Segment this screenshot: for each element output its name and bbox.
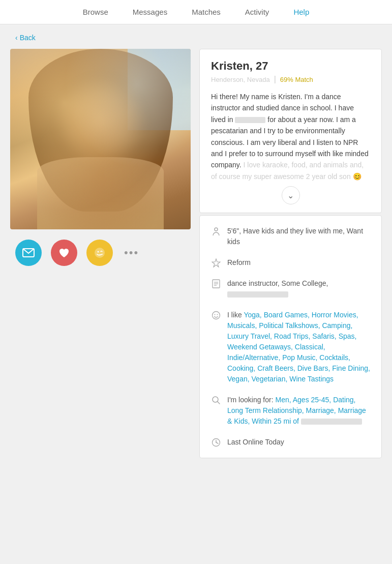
nav-activity[interactable]: Activity <box>243 8 272 16</box>
occupation-redacted <box>227 291 288 298</box>
svg-point-9 <box>213 312 220 319</box>
back-chevron-icon: ‹ <box>15 34 18 42</box>
svg-point-2 <box>98 251 99 253</box>
interests-row: I like Yoga, Board Games, Horror Movies,… <box>211 310 370 384</box>
looking-for-row: I'm looking for: Men, Ages 25-45, Dating… <box>211 395 370 427</box>
svg-point-11 <box>217 314 218 315</box>
svg-point-1 <box>95 248 105 258</box>
expand-button[interactable]: ⌄ <box>282 186 300 204</box>
occupation-row: dance instructor, Some College, <box>211 278 370 300</box>
location-redacted-2 <box>301 419 362 425</box>
search-icon <box>211 395 221 405</box>
svg-point-10 <box>215 314 216 315</box>
nav-messages[interactable]: Messages <box>131 8 169 16</box>
profile-location: Henderson, Nevada <box>211 76 270 83</box>
svg-point-3 <box>215 228 218 231</box>
last-online-row: Last Online Today <box>211 437 370 448</box>
svg-line-13 <box>218 402 220 404</box>
back-link[interactable]: ‹ Back <box>15 34 36 42</box>
profile-name: Kristen, 27 <box>211 60 370 73</box>
looking-label: I'm looking for: <box>227 396 276 404</box>
star-icon <box>211 258 221 268</box>
interests-text: I like Yoga, Board Games, Horror Movies,… <box>227 310 370 384</box>
profile-meta: Henderson, Nevada | 69% Match <box>211 75 370 84</box>
smiley-icon <box>211 310 221 320</box>
person-icon <box>211 226 221 236</box>
more-button[interactable]: ••• <box>122 246 139 259</box>
details-card: 5'6", Have kids and they live with me, W… <box>199 215 382 458</box>
nav-help[interactable]: Help <box>291 8 311 16</box>
message-button[interactable] <box>15 240 42 266</box>
religion-text: Reform <box>227 257 370 268</box>
svg-line-16 <box>216 442 218 443</box>
wink-button[interactable] <box>86 240 113 266</box>
like-button[interactable] <box>51 240 77 266</box>
bio-redacted-location <box>235 117 265 123</box>
svg-marker-4 <box>212 259 220 267</box>
height-kids-row: 5'6", Have kids and they live with me, W… <box>211 226 370 247</box>
last-online-text: Last Online Today <box>227 437 370 448</box>
profile-card: Kristen, 27 Henderson, Nevada | 69% Matc… <box>199 49 382 213</box>
more-dots: ••• <box>124 246 139 259</box>
back-label: Back <box>20 34 36 42</box>
expand-chevron-icon: ⌄ <box>287 191 294 200</box>
nav-browse[interactable]: Browse <box>81 8 110 16</box>
profile-bio: Hi there! My name is Kristen. I'm a danc… <box>211 91 370 182</box>
bio-emoji: 😊 <box>353 172 361 181</box>
action-buttons: ••• <box>10 240 193 266</box>
document-icon <box>211 279 221 289</box>
clock-icon <box>211 437 221 448</box>
meta-separator: | <box>274 75 276 84</box>
religion-row: Reform <box>211 257 370 268</box>
occupation-text: dance instructor, Some College, <box>227 278 370 300</box>
looking-for-text: I'm looking for: Men, Ages 25-45, Dating… <box>227 395 370 427</box>
navigation: Browse Messages Matches Activity Help <box>0 0 392 24</box>
profile-container: ••• Kristen, 27 Henderson, Nevada | 69% … <box>0 49 392 473</box>
interests-list: Yoga, Board Games, Horror Movies, Musica… <box>227 311 370 383</box>
profile-photo <box>10 49 191 229</box>
nav-matches[interactable]: Matches <box>190 8 223 16</box>
right-column: Kristen, 27 Henderson, Nevada | 69% Matc… <box>199 49 382 458</box>
match-percentage: 69% Match <box>280 76 313 83</box>
interests-label: I like <box>227 311 244 319</box>
left-column: ••• <box>10 49 193 266</box>
height-kids-text: 5'6", Have kids and they live with me, W… <box>227 226 370 247</box>
